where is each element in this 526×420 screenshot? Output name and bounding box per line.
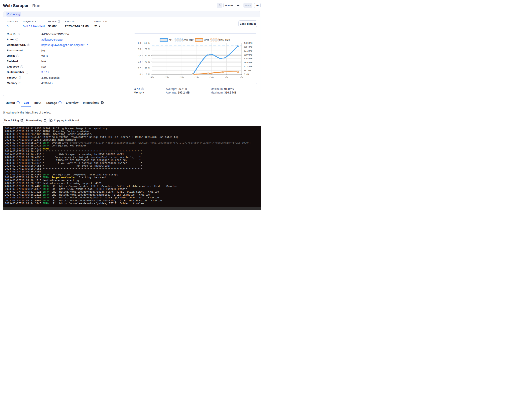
svg-text:512 MB: 512 MB — [244, 69, 252, 72]
svg-text:2048 MB: 2048 MB — [244, 57, 253, 60]
svg-text:MEM: MEM — [204, 39, 209, 41]
svg-text:0: 0 — [140, 73, 141, 75]
svg-text:1536 MB: 1536 MB — [244, 61, 253, 64]
svg-text:-30s: -30s — [150, 76, 154, 79]
svg-text:40 %: 40 % — [145, 61, 150, 63]
svg-text:CPU_MAX: CPU_MAX — [183, 39, 194, 41]
svg-text:-15s: -15s — [194, 76, 199, 79]
svg-text:0,8: 0,8 — [138, 48, 141, 50]
svg-text:2560 MB: 2560 MB — [244, 53, 253, 56]
svg-text:4096 MB: 4096 MB — [244, 42, 253, 44]
svg-text:60 %: 60 % — [145, 54, 150, 57]
svg-text:-25s: -25s — [165, 76, 169, 79]
svg-text:20 %: 20 % — [145, 67, 150, 69]
svg-text:-20s: -20s — [180, 76, 184, 79]
svg-text:CPU: CPU — [169, 39, 173, 41]
svg-text:0,2: 0,2 — [138, 67, 141, 69]
svg-text:-0s: -0s — [240, 76, 243, 79]
svg-text:-10s: -10s — [210, 76, 214, 79]
svg-text:100 %: 100 % — [144, 42, 150, 44]
svg-text:3584 MB: 3584 MB — [244, 46, 253, 48]
svg-text:0 %: 0 % — [146, 73, 150, 75]
svg-text:MEM_MAX: MEM_MAX — [219, 39, 230, 41]
svg-text:0 MB: 0 MB — [244, 73, 249, 75]
svg-text:-5s: -5s — [225, 76, 228, 79]
svg-text:1024 MB: 1024 MB — [244, 65, 253, 68]
svg-text:3072 MB: 3072 MB — [244, 50, 253, 52]
svg-text:0,4: 0,4 — [138, 61, 141, 63]
svg-text:0,6: 0,6 — [138, 54, 141, 57]
svg-text:1,0: 1,0 — [138, 42, 141, 44]
svg-text:80 %: 80 % — [145, 48, 150, 50]
